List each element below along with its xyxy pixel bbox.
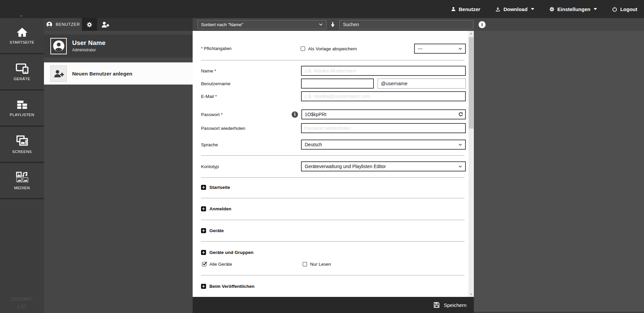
template-select-value: --- — [418, 46, 423, 51]
screens-icon — [15, 135, 29, 147]
username-suffix: @username — [378, 79, 466, 89]
password-repeat-row: Passwort wiederholen — [201, 123, 466, 133]
password-repeat-field[interactable] — [301, 123, 466, 133]
topbar-benutzer[interactable]: Benutzer — [451, 6, 480, 12]
tab-settings[interactable] — [82, 18, 97, 31]
sidebar-label: SCREENS — [12, 150, 32, 154]
sidebar: STARTSEITE GERÄTE PLAYLISTEN SCREENS MED… — [0, 18, 44, 313]
chevron-down-icon — [458, 165, 462, 168]
topbar: Benutzer Download Einstellungen Logout — [0, 0, 644, 18]
search-input[interactable] — [339, 20, 474, 29]
devices-icon — [15, 63, 29, 74]
username-field[interactable] — [301, 79, 374, 89]
name-row: Name * — [201, 66, 466, 76]
section-label: Geräte und Gruppen — [209, 250, 253, 255]
home-icon — [16, 27, 29, 38]
password-field[interactable] — [301, 109, 466, 119]
sidebar-item-startseite[interactable]: STARTSEITE — [0, 18, 44, 53]
save-as-template-label: Als Vorlage abspeichern — [308, 46, 357, 51]
save-as-template-checkbox[interactable]: Als Vorlage abspeichern — [301, 46, 357, 51]
all-devices-label: Alle Geräte — [209, 262, 232, 267]
name-field[interactable] — [301, 66, 466, 76]
new-user-label: Neuen Benutzer anlegen — [72, 71, 132, 76]
section-startseite[interactable]: Startseite — [201, 184, 230, 191]
power-icon — [612, 6, 617, 12]
checkbox-checked — [202, 262, 206, 266]
gear-icon — [86, 21, 93, 28]
window-bottom-edge — [474, 312, 644, 313]
scrollbar-thumb[interactable] — [469, 37, 474, 128]
sidebar-label: GERÄTE — [14, 77, 31, 81]
checkbox-unchecked — [303, 262, 307, 266]
sort-select[interactable]: Sortiert nach "Name" — [197, 20, 327, 29]
account-type-select[interactable]: Geräteverwaltung und Playlisten Editor — [301, 161, 466, 171]
sidebar-item-geraete[interactable]: GERÄTE — [0, 54, 44, 89]
list-toolbar: Sortiert nach "Name" i — [193, 18, 644, 31]
username-row: Benutzername @username — [201, 79, 466, 89]
form-scrollbar[interactable]: ▲ ▼ — [468, 31, 474, 297]
info-icon[interactable]: i — [479, 21, 486, 28]
topbar-download[interactable]: Download — [495, 6, 534, 12]
chevron-down-icon — [531, 8, 534, 10]
divider — [201, 60, 464, 60]
regenerate-password-icon[interactable] — [458, 112, 463, 117]
section-beim-veroeffentlichen[interactable]: Beim Veröffentlichen — [201, 283, 254, 290]
sidebar-label: MEDIEN — [14, 186, 30, 190]
section-anmelden[interactable]: Anmelden — [201, 205, 231, 212]
read-only-label: Nur Lesen — [310, 262, 331, 267]
plus-icon — [201, 206, 206, 211]
version-tag: 1.5T — [0, 303, 44, 310]
template-select[interactable]: --- — [414, 44, 466, 54]
user-name: User Name — [72, 40, 105, 47]
topbar-einstellungen[interactable]: Einstellungen — [549, 6, 597, 12]
sort-direction-button[interactable] — [330, 21, 336, 28]
section-geraete[interactable]: Geräte — [201, 227, 224, 234]
sidebar-item-medien[interactable]: MEDIEN — [0, 163, 44, 198]
tab-benutzer-label: BENUTZER — [56, 22, 80, 27]
sidebar-item-playlisten[interactable]: PLAYLISTEN — [0, 91, 44, 125]
section-geraete-und-gruppen[interactable]: Geräte und Gruppen — [201, 249, 253, 256]
scroll-up-icon[interactable]: ▲ — [468, 32, 474, 35]
plus-icon — [201, 250, 206, 255]
sidebar-label: PLAYLISTEN — [10, 113, 34, 117]
all-devices-checkbox[interactable]: Alle Geräte — [202, 262, 232, 267]
topbar-einstellungen-label: Einstellungen — [557, 6, 590, 12]
language-select[interactable]: Deutsch — [301, 140, 466, 150]
account-type-label: Kontotyp — [201, 164, 301, 169]
sidebar-item-screens[interactable]: SCREENS — [0, 127, 44, 162]
avatar — [50, 38, 67, 54]
save-button[interactable]: Speichern — [444, 302, 466, 308]
panel-tabbar: BENUTZER — [44, 18, 193, 31]
language-select-value: Deutsch — [305, 142, 322, 147]
add-user-tab-button[interactable] — [97, 18, 113, 31]
divider — [201, 241, 464, 242]
plus-icon — [201, 228, 206, 233]
topbar-download-label: Download — [503, 6, 528, 12]
read-only-checkbox[interactable]: Nur Lesen — [303, 262, 331, 267]
user-list-item-new-user[interactable]: Neuen Benutzer anlegen — [44, 62, 193, 85]
section-label: Anmelden — [209, 206, 231, 211]
user-list-panel: BENUTZER User Name Administrator Neuen B… — [44, 18, 193, 313]
checkbox-unchecked — [301, 47, 305, 51]
password-info-icon[interactable]: i — [292, 111, 298, 118]
tab-benutzer[interactable]: BENUTZER — [44, 18, 82, 31]
password-repeat-label: Passwort wiederholen — [201, 126, 301, 131]
save-icon — [433, 302, 440, 308]
required-note: * Pflichtangaben — [201, 46, 232, 51]
gear-icon — [549, 6, 555, 12]
topbar-logout[interactable]: Logout — [612, 6, 637, 12]
username-label: Benutzername — [201, 81, 301, 86]
user-list-item-admin[interactable]: User Name Administrator — [44, 35, 193, 57]
chevron-down-icon — [458, 48, 462, 50]
plus-icon — [201, 185, 206, 190]
divider — [201, 198, 464, 198]
password-row: Passwort * i — [201, 109, 466, 119]
form-header-row: * Pflichtangaben Als Vorlage abspeichern… — [201, 44, 466, 54]
divider — [201, 275, 464, 275]
account-type-select-value: Geräteverwaltung und Playlisten Editor — [305, 164, 386, 169]
check-icon — [202, 261, 207, 266]
sidebar-filler: 20230907 1.5T — [0, 199, 44, 313]
version-info: 20230907 1.5T — [0, 295, 44, 310]
email-field[interactable] — [301, 91, 466, 101]
scroll-down-icon[interactable]: ▼ — [468, 293, 474, 296]
